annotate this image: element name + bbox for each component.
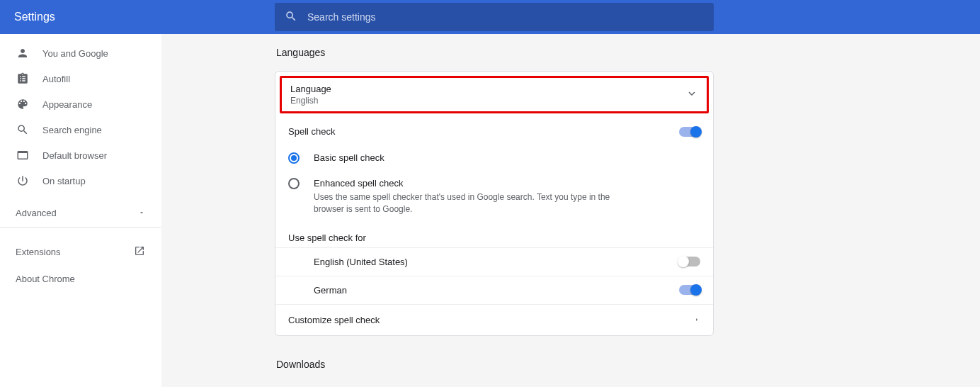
spellcheck-lang-name: English (United States) [314, 257, 408, 267]
spellcheck-lang-toggle-english-us[interactable] [679, 257, 700, 267]
search-settings[interactable] [275, 3, 714, 31]
spellcheck-lang-name: German [314, 285, 347, 296]
enhanced-spell-check-radio[interactable] [288, 178, 300, 189]
sidebar-about-chrome[interactable]: About Chrome [0, 266, 161, 291]
chevron-down-icon [685, 87, 698, 102]
sidebar-item-autofill[interactable]: Autofill [0, 66, 161, 91]
caret-down-icon [138, 208, 145, 218]
sidebar-item-label: Default browser [42, 150, 107, 161]
basic-spell-check-label: Basic spell check [314, 152, 384, 163]
sidebar: You and Google Autofill Appearance Searc… [0, 34, 161, 387]
sidebar-item-label: Autofill [42, 74, 70, 84]
power-icon [16, 174, 30, 187]
sidebar-item-label: Search engine [42, 125, 102, 135]
spell-check-toggle[interactable] [679, 127, 700, 137]
sidebar-item-label: Appearance [42, 99, 92, 110]
browser-icon [16, 149, 30, 162]
spell-check-label: Spell check [288, 126, 335, 137]
section-title-downloads: Downloads [276, 359, 714, 370]
extensions-label: Extensions [16, 247, 61, 257]
sidebar-item-label: You and Google [42, 48, 108, 59]
search-icon [285, 10, 297, 25]
caret-right-icon [693, 315, 700, 325]
sidebar-item-on-startup[interactable]: On startup [0, 168, 161, 194]
search-icon [16, 123, 30, 136]
settings-content: Languages Language English Spell check [161, 34, 980, 387]
enhanced-spell-check-label: Enhanced spell check [314, 178, 611, 189]
enhanced-spell-check-row[interactable]: Enhanced spell check Uses the same spell… [275, 171, 713, 223]
spell-check-row: Spell check [275, 118, 713, 145]
sidebar-item-default-browser[interactable]: Default browser [0, 142, 161, 168]
sidebar-item-you-and-google[interactable]: You and Google [0, 40, 161, 66]
clipboard-icon [16, 72, 30, 85]
sidebar-item-appearance[interactable]: Appearance [0, 91, 161, 117]
sidebar-advanced[interactable]: Advanced [0, 199, 161, 228]
use-spell-check-for-label: Use spell check for [275, 223, 713, 247]
open-external-icon [134, 245, 145, 259]
section-title-languages: Languages [276, 47, 714, 58]
enhanced-spell-check-desc: Uses the same spell checker that's used … [314, 191, 611, 215]
customize-spell-check-row[interactable]: Customize spell check [275, 304, 713, 335]
person-icon [16, 47, 30, 60]
page-title: Settings [14, 11, 275, 23]
basic-spell-check-radio[interactable] [288, 152, 300, 164]
advanced-label: Advanced [16, 208, 57, 218]
spellcheck-lang-row-german: German [275, 276, 713, 304]
search-input[interactable] [307, 11, 704, 23]
sidebar-extensions[interactable]: Extensions [0, 237, 161, 266]
language-row-label: Language [290, 84, 331, 94]
language-expand-row[interactable]: Language English [280, 76, 709, 113]
palette-icon [16, 98, 30, 111]
sidebar-item-search-engine[interactable]: Search engine [0, 117, 161, 142]
basic-spell-check-row[interactable]: Basic spell check [275, 145, 713, 171]
spellcheck-lang-toggle-german[interactable] [679, 285, 700, 295]
language-row-value: English [290, 96, 331, 106]
languages-card: Language English Spell check Basic spell… [275, 71, 714, 336]
sidebar-item-label: On startup [42, 176, 86, 186]
about-label: About Chrome [16, 274, 75, 284]
customize-spell-check-label: Customize spell check [288, 315, 380, 325]
spellcheck-lang-row-english-us: English (United States) [275, 247, 713, 276]
app-header: Settings [0, 0, 980, 34]
